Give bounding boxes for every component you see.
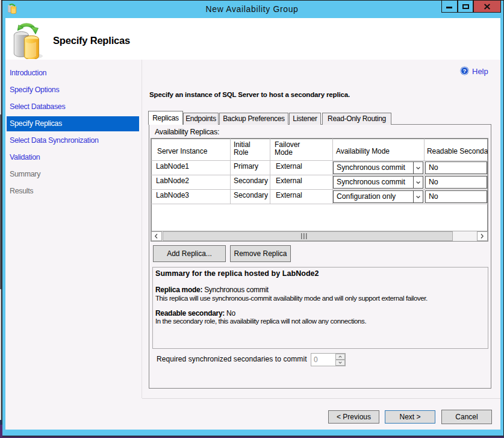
svg-text:?: ?	[463, 67, 467, 74]
